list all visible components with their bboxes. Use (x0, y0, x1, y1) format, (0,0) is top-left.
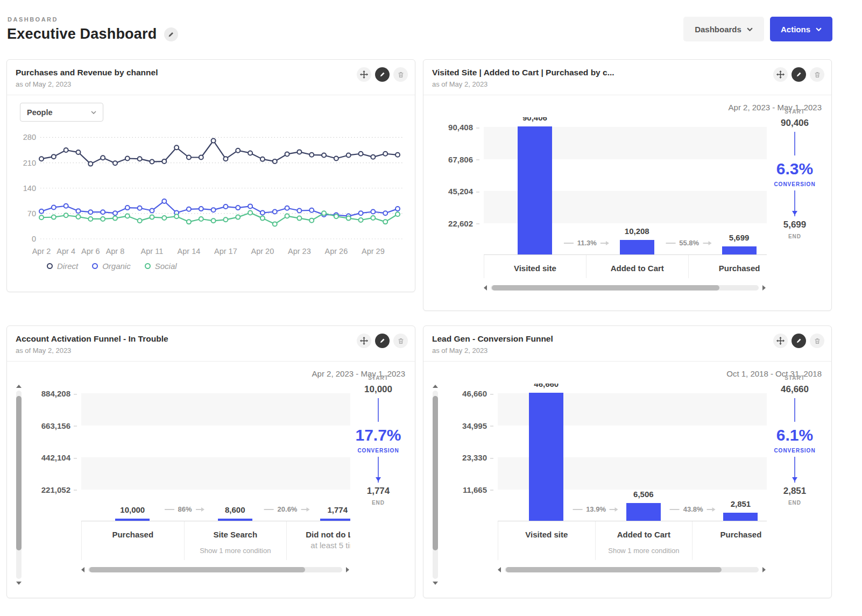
data-point[interactable] (39, 209, 44, 214)
funnel-step-label[interactable]: Site SearchShow 1 more condition (184, 521, 287, 560)
scrollbar-track[interactable] (88, 567, 342, 572)
scrollbar-track[interactable] (505, 567, 759, 572)
delete-widget-button[interactable] (810, 334, 824, 348)
data-point[interactable] (334, 214, 338, 218)
scrollbar-track[interactable] (491, 285, 759, 291)
data-point[interactable] (52, 215, 56, 220)
data-point[interactable] (150, 160, 154, 164)
scroll-right-arrow[interactable] (762, 285, 766, 291)
funnel-step-label[interactable]: Purchased (81, 521, 184, 560)
data-point[interactable] (248, 151, 252, 155)
data-point[interactable] (211, 139, 216, 143)
funnel-step-label[interactable]: Added to CartShow 1 more condition (595, 521, 693, 560)
data-point[interactable] (150, 215, 154, 220)
data-point[interactable] (187, 220, 191, 224)
data-point[interactable] (236, 148, 240, 153)
data-point[interactable] (223, 217, 228, 222)
data-point[interactable] (322, 211, 326, 215)
data-point[interactable] (297, 208, 301, 213)
scroll-down-arrow[interactable] (16, 582, 22, 585)
data-point[interactable] (383, 211, 387, 215)
scrollbar-thumb[interactable] (89, 567, 305, 572)
scrollbar-track[interactable] (16, 391, 22, 579)
data-point[interactable] (174, 214, 179, 218)
data-point[interactable] (64, 213, 68, 217)
data-point[interactable] (334, 157, 338, 161)
dashboards-button[interactable]: Dashboards (683, 17, 764, 41)
data-point[interactable] (125, 206, 130, 210)
data-point[interactable] (64, 148, 68, 152)
data-point[interactable] (309, 153, 314, 157)
vertical-scrollbar[interactable] (432, 385, 439, 585)
data-point[interactable] (248, 211, 252, 215)
metric-dropdown[interactable]: People (20, 103, 103, 122)
data-point[interactable] (125, 214, 130, 218)
scroll-down-arrow[interactable] (433, 582, 438, 585)
scroll-left-arrow[interactable] (81, 567, 84, 572)
data-point[interactable] (174, 145, 179, 150)
data-point[interactable] (223, 157, 228, 161)
funnel-bar[interactable] (626, 503, 661, 521)
data-point[interactable] (162, 216, 166, 220)
funnel-step-label[interactable]: Added to Cart (586, 255, 688, 278)
data-point[interactable] (359, 211, 363, 215)
data-point[interactable] (260, 216, 265, 221)
data-point[interactable] (371, 216, 375, 220)
scroll-right-arrow[interactable] (346, 567, 349, 572)
delete-widget-button[interactable] (810, 67, 824, 82)
data-point[interactable] (199, 155, 203, 160)
data-point[interactable] (113, 161, 117, 165)
funnel-step-label[interactable]: Purchased (688, 255, 767, 278)
show-more-conditions-link[interactable]: Show 1 more condition (188, 547, 284, 555)
data-point[interactable] (383, 152, 387, 156)
horizontal-scrollbar[interactable] (484, 285, 766, 291)
data-point[interactable] (199, 217, 203, 221)
data-point[interactable] (211, 208, 216, 212)
data-point[interactable] (236, 215, 240, 220)
show-more-conditions-link[interactable]: Show 1 more condition (599, 547, 689, 555)
move-widget-button[interactable] (357, 67, 371, 82)
data-point[interactable] (138, 218, 142, 223)
edit-widget-button[interactable] (375, 67, 390, 82)
data-point[interactable] (347, 153, 351, 157)
data-point[interactable] (88, 210, 93, 214)
scroll-up-arrow[interactable] (433, 385, 438, 388)
scrollbar-thumb[interactable] (16, 396, 22, 550)
funnel-step-label[interactable]: Purchased (692, 521, 767, 560)
data-point[interactable] (273, 222, 277, 226)
horizontal-scrollbar[interactable] (498, 567, 766, 573)
vertical-scrollbar[interactable] (16, 385, 22, 585)
data-point[interactable] (347, 216, 351, 221)
data-point[interactable] (395, 212, 400, 216)
scrollbar-thumb[interactable] (492, 285, 719, 291)
data-point[interactable] (52, 205, 56, 209)
scroll-up-arrow[interactable] (16, 385, 22, 388)
funnel-bar[interactable] (115, 519, 150, 521)
data-point[interactable] (236, 206, 240, 210)
data-point[interactable] (162, 199, 166, 203)
data-point[interactable] (273, 159, 277, 164)
data-point[interactable] (113, 211, 117, 215)
funnel-bar[interactable] (218, 519, 252, 521)
data-point[interactable] (260, 211, 265, 215)
data-point[interactable] (383, 220, 387, 224)
horizontal-scrollbar[interactable] (81, 567, 349, 573)
data-point[interactable] (223, 204, 228, 209)
legend-item-organic[interactable]: Organic (92, 261, 131, 271)
funnel-step-label[interactable]: Did not do Loginat least 5 times (286, 521, 350, 560)
legend-item-direct[interactable]: Direct (47, 261, 78, 271)
data-point[interactable] (39, 215, 44, 220)
funnel-bar[interactable] (620, 240, 654, 254)
data-point[interactable] (76, 209, 80, 213)
data-point[interactable] (39, 157, 44, 161)
data-point[interactable] (297, 216, 301, 221)
scroll-right-arrow[interactable] (762, 567, 766, 572)
data-point[interactable] (138, 157, 142, 161)
data-point[interactable] (76, 150, 80, 154)
delete-widget-button[interactable] (393, 334, 408, 348)
funnel-bar[interactable] (529, 393, 563, 521)
data-point[interactable] (297, 150, 301, 154)
funnel-bar[interactable] (518, 126, 552, 254)
data-point[interactable] (211, 218, 216, 223)
data-point[interactable] (88, 162, 93, 166)
